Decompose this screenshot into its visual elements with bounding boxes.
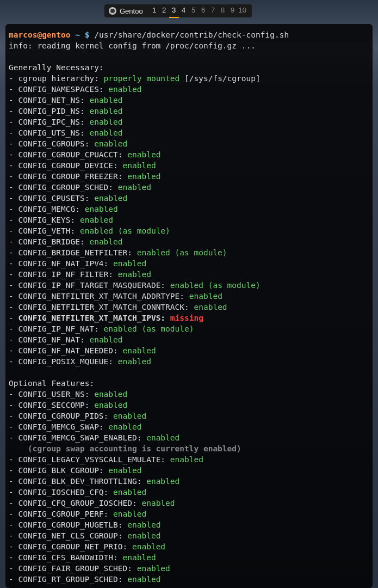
- config-line: - CONFIG_CGROUP_HUGETLB: enabled: [9, 519, 369, 530]
- config-label: CONFIG_CGROUP_HUGETLB:: [18, 520, 127, 529]
- config-label: CONFIG_NAMESPACES:: [18, 85, 108, 94]
- dash: -: [9, 477, 18, 486]
- config-line: - CONFIG_NETFILTER_XT_MATCH_IPVS: missin…: [9, 313, 369, 323]
- gentoo-logo-icon: [109, 7, 116, 15]
- workspace-tab-3[interactable]: 3: [169, 4, 179, 18]
- config-line: - CONFIG_BLK_DEV_THROTTLING: enabled: [9, 476, 369, 487]
- config-label: CONFIG_KEYS:: [18, 216, 80, 224]
- config-line: - CONFIG_NF_NAT_NEEDED: enabled: [9, 345, 369, 356]
- config-suffix: [/sys/fs/cgroup]: [179, 74, 260, 83]
- config-label: CONFIG_IOSCHED_CFQ:: [18, 488, 113, 497]
- status-enabled: enabled: [123, 553, 156, 562]
- config-label: CONFIG_PID_NS:: [18, 107, 89, 115]
- workspace-tab-7[interactable]: 7: [208, 4, 218, 18]
- config-line: - CONFIG_NETFILTER_XT_MATCH_CONNTRACK: e…: [9, 302, 369, 313]
- status-enabled: enabled (as module): [80, 226, 170, 235]
- dash: -: [9, 118, 18, 126]
- prompt-at: @: [37, 30, 42, 39]
- dash: -: [9, 281, 18, 290]
- status-enabled: enabled (as module): [170, 281, 261, 290]
- status-enabled: enabled: [127, 520, 160, 529]
- status-enabled: enabled: [118, 270, 151, 279]
- status-enabled: enabled: [123, 161, 156, 170]
- dash: -: [9, 324, 18, 333]
- status-enabled: enabled: [113, 412, 146, 420]
- config-label: CONFIG_CPUSETS:: [18, 194, 94, 203]
- config-label: CONFIG_IP_NF_NAT:: [18, 324, 103, 333]
- dash: -: [9, 488, 18, 497]
- status-enabled: enabled: [113, 510, 146, 518]
- status-enabled: enabled: [94, 390, 127, 399]
- config-label: CONFIG_MEMCG_SWAP_ENABLED:: [18, 433, 146, 442]
- workspace-tab-5[interactable]: 5: [189, 4, 199, 18]
- config-line: - CONFIG_PID_NS: enabled: [9, 106, 369, 117]
- config-line: - CONFIG_CGROUP_DEVICE: enabled: [9, 160, 369, 171]
- dash: -: [9, 194, 18, 203]
- status-enabled: enabled: [127, 575, 160, 584]
- status-enabled: enabled: [170, 455, 203, 464]
- dash: -: [9, 226, 18, 235]
- dash: -: [9, 216, 18, 224]
- config-line: - CONFIG_MEMCG: enabled: [9, 204, 369, 215]
- config-line: - CONFIG_IOSCHED_CFQ: enabled: [9, 487, 369, 498]
- config-line: - CONFIG_BRIDGE_NETFILTER: enabled (as m…: [9, 247, 369, 258]
- config-label: CONFIG_NF_NAT_NEEDED:: [18, 346, 122, 355]
- workspace-tab-4[interactable]: 4: [179, 4, 189, 18]
- dash: -: [9, 128, 18, 137]
- dash: -: [9, 455, 18, 464]
- dash: -: [9, 466, 18, 475]
- prompt-user: marcos: [9, 30, 37, 39]
- status-enabled: enabled: [194, 303, 227, 311]
- dash: -: [9, 96, 18, 105]
- status-enabled: enabled: [123, 346, 156, 355]
- status-enabled: enabled: [137, 564, 170, 573]
- config-line: - CONFIG_CGROUP_NET_PRIO: enabled: [9, 541, 369, 552]
- status-enabled: enabled: [127, 150, 160, 159]
- config-line: - CONFIG_MEMCG_SWAP_ENABLED: enabled: [9, 432, 369, 443]
- config-label: CONFIG_NF_NAT_IPV4:: [18, 259, 113, 268]
- dash: -: [9, 292, 18, 301]
- status-enabled: enabled: [80, 216, 113, 224]
- config-label: CONFIG_USER_NS:: [18, 390, 94, 399]
- workspace-tab-1[interactable]: 1: [150, 4, 159, 18]
- dash: -: [9, 510, 18, 518]
- config-label: CONFIG_POSIX_MQUEUE:: [18, 357, 117, 366]
- dash: -: [9, 412, 18, 420]
- config-label: CONFIG_IP_NF_TARGET_MASQUERADE:: [18, 281, 170, 290]
- config-line: - CONFIG_FAIR_GROUP_SCHED: enabled: [9, 563, 369, 574]
- dash: -: [9, 314, 18, 322]
- workspace-tab-8[interactable]: 8: [218, 4, 228, 18]
- config-label: CONFIG_CGROUP_PERF:: [18, 510, 113, 518]
- section-optional-features: - CONFIG_USER_NS: enabled- CONFIG_SECCOM…: [9, 389, 369, 585]
- dash: -: [9, 564, 18, 573]
- config-label: CONFIG_CGROUP_FREEZER:: [18, 172, 127, 181]
- workspace-tab-9[interactable]: 9: [228, 4, 238, 18]
- status-enabled: enabled: [146, 477, 179, 486]
- config-line: - CONFIG_NAMESPACES: enabled: [9, 84, 369, 95]
- workspace-tab-2[interactable]: 2: [159, 4, 169, 18]
- config-label: CONFIG_SECCOMP:: [18, 401, 94, 409]
- dash: -: [9, 248, 18, 257]
- dash: -: [9, 401, 18, 409]
- status-enabled: enabled: [94, 139, 127, 148]
- status-enabled: enabled: [108, 466, 141, 475]
- config-label: CONFIG_CFS_BANDWIDTH:: [18, 553, 122, 562]
- dash: -: [9, 107, 18, 115]
- dash: -: [9, 303, 18, 311]
- config-label: CONFIG_CGROUP_SCHED:: [18, 183, 117, 192]
- status-enabled: enabled (as module): [137, 248, 227, 257]
- config-line: - CONFIG_USER_NS: enabled: [9, 389, 369, 400]
- workspace-tab-6[interactable]: 6: [199, 4, 208, 18]
- dash: -: [9, 183, 18, 192]
- workspace-tab-10[interactable]: 10: [238, 4, 247, 18]
- dash: -: [9, 335, 18, 344]
- terminal-window[interactable]: marcos@gentoo ~ $ /usr/share/docker/cont…: [5, 24, 373, 588]
- section-header: Optional Features:: [9, 378, 369, 389]
- status-enabled: enabled: [108, 422, 141, 431]
- status-enabled: enabled: [113, 488, 146, 497]
- tabbar-title: Gentoo: [120, 7, 143, 15]
- config-label: CONFIG_NETFILTER_XT_MATCH_IPVS:: [18, 314, 170, 322]
- config-label: cgroup hierarchy:: [18, 74, 103, 83]
- status-enabled: enabled: [118, 357, 151, 366]
- config-line: - CONFIG_IP_NF_TARGET_MASQUERADE: enable…: [9, 280, 369, 291]
